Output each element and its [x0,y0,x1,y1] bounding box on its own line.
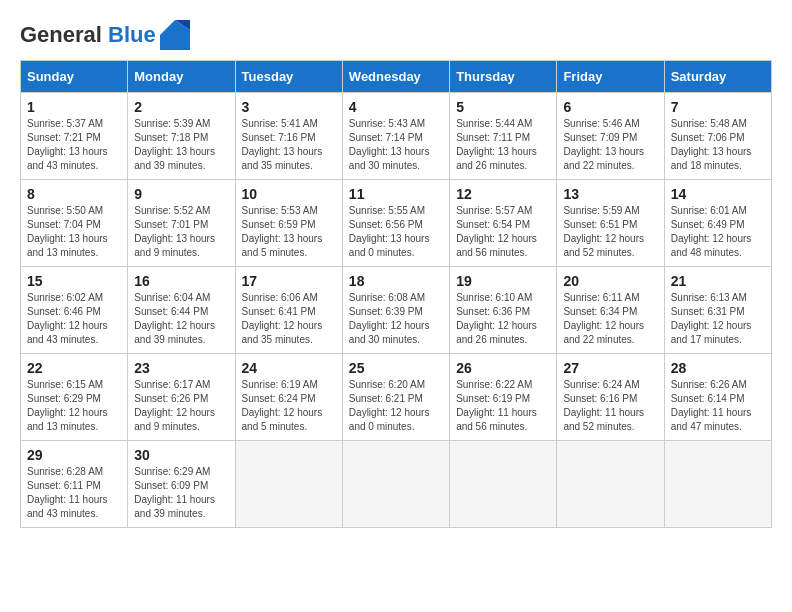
day-number: 4 [349,99,443,115]
calendar-cell: 25 Sunrise: 6:20 AM Sunset: 6:21 PM Dayl… [342,354,449,441]
calendar-week-row: 22 Sunrise: 6:15 AM Sunset: 6:29 PM Dayl… [21,354,772,441]
day-info: Sunrise: 6:04 AM Sunset: 6:44 PM Dayligh… [134,291,228,347]
calendar-week-row: 29 Sunrise: 6:28 AM Sunset: 6:11 PM Dayl… [21,441,772,528]
day-info: Sunrise: 6:17 AM Sunset: 6:26 PM Dayligh… [134,378,228,434]
calendar-header-row: Sunday Monday Tuesday Wednesday Thursday… [21,61,772,93]
day-number: 27 [563,360,657,376]
calendar-cell [450,441,557,528]
day-info: Sunrise: 6:22 AM Sunset: 6:19 PM Dayligh… [456,378,550,434]
col-monday: Monday [128,61,235,93]
calendar-cell: 7 Sunrise: 5:48 AM Sunset: 7:06 PM Dayli… [664,93,771,180]
day-number: 16 [134,273,228,289]
day-number: 17 [242,273,336,289]
day-number: 20 [563,273,657,289]
day-info: Sunrise: 6:28 AM Sunset: 6:11 PM Dayligh… [27,465,121,521]
day-number: 1 [27,99,121,115]
logo-text: General Blue [20,23,156,47]
calendar-cell: 28 Sunrise: 6:26 AM Sunset: 6:14 PM Dayl… [664,354,771,441]
day-info: Sunrise: 6:19 AM Sunset: 6:24 PM Dayligh… [242,378,336,434]
calendar-cell: 14 Sunrise: 6:01 AM Sunset: 6:49 PM Dayl… [664,180,771,267]
day-info: Sunrise: 5:39 AM Sunset: 7:18 PM Dayligh… [134,117,228,173]
calendar-week-row: 15 Sunrise: 6:02 AM Sunset: 6:46 PM Dayl… [21,267,772,354]
day-info: Sunrise: 6:06 AM Sunset: 6:41 PM Dayligh… [242,291,336,347]
calendar-cell: 1 Sunrise: 5:37 AM Sunset: 7:21 PM Dayli… [21,93,128,180]
day-number: 22 [27,360,121,376]
calendar-cell: 2 Sunrise: 5:39 AM Sunset: 7:18 PM Dayli… [128,93,235,180]
day-number: 10 [242,186,336,202]
col-friday: Friday [557,61,664,93]
day-info: Sunrise: 5:59 AM Sunset: 6:51 PM Dayligh… [563,204,657,260]
calendar-cell: 22 Sunrise: 6:15 AM Sunset: 6:29 PM Dayl… [21,354,128,441]
day-info: Sunrise: 6:20 AM Sunset: 6:21 PM Dayligh… [349,378,443,434]
day-info: Sunrise: 6:10 AM Sunset: 6:36 PM Dayligh… [456,291,550,347]
calendar-cell: 11 Sunrise: 5:55 AM Sunset: 6:56 PM Dayl… [342,180,449,267]
day-info: Sunrise: 6:08 AM Sunset: 6:39 PM Dayligh… [349,291,443,347]
day-info: Sunrise: 6:29 AM Sunset: 6:09 PM Dayligh… [134,465,228,521]
day-number: 12 [456,186,550,202]
calendar-cell: 18 Sunrise: 6:08 AM Sunset: 6:39 PM Dayl… [342,267,449,354]
day-info: Sunrise: 6:15 AM Sunset: 6:29 PM Dayligh… [27,378,121,434]
day-info: Sunrise: 6:26 AM Sunset: 6:14 PM Dayligh… [671,378,765,434]
day-info: Sunrise: 5:41 AM Sunset: 7:16 PM Dayligh… [242,117,336,173]
day-info: Sunrise: 6:01 AM Sunset: 6:49 PM Dayligh… [671,204,765,260]
day-number: 30 [134,447,228,463]
calendar-cell: 24 Sunrise: 6:19 AM Sunset: 6:24 PM Dayl… [235,354,342,441]
col-sunday: Sunday [21,61,128,93]
page-header: General Blue [20,20,772,50]
col-thursday: Thursday [450,61,557,93]
day-info: Sunrise: 5:44 AM Sunset: 7:11 PM Dayligh… [456,117,550,173]
calendar-cell: 5 Sunrise: 5:44 AM Sunset: 7:11 PM Dayli… [450,93,557,180]
calendar-cell: 13 Sunrise: 5:59 AM Sunset: 6:51 PM Dayl… [557,180,664,267]
day-number: 2 [134,99,228,115]
calendar-cell: 21 Sunrise: 6:13 AM Sunset: 6:31 PM Dayl… [664,267,771,354]
day-number: 26 [456,360,550,376]
calendar-cell: 12 Sunrise: 5:57 AM Sunset: 6:54 PM Dayl… [450,180,557,267]
day-info: Sunrise: 5:57 AM Sunset: 6:54 PM Dayligh… [456,204,550,260]
calendar-cell [235,441,342,528]
logo-icon [160,20,190,50]
day-info: Sunrise: 5:46 AM Sunset: 7:09 PM Dayligh… [563,117,657,173]
calendar-week-row: 8 Sunrise: 5:50 AM Sunset: 7:04 PM Dayli… [21,180,772,267]
logo: General Blue [20,20,190,50]
logo-general: General [20,22,102,47]
calendar-week-row: 1 Sunrise: 5:37 AM Sunset: 7:21 PM Dayli… [21,93,772,180]
day-number: 3 [242,99,336,115]
day-info: Sunrise: 6:11 AM Sunset: 6:34 PM Dayligh… [563,291,657,347]
day-number: 23 [134,360,228,376]
calendar-cell: 10 Sunrise: 5:53 AM Sunset: 6:59 PM Dayl… [235,180,342,267]
day-number: 29 [27,447,121,463]
calendar-cell: 17 Sunrise: 6:06 AM Sunset: 6:41 PM Dayl… [235,267,342,354]
day-number: 14 [671,186,765,202]
calendar-cell [664,441,771,528]
calendar-cell: 30 Sunrise: 6:29 AM Sunset: 6:09 PM Dayl… [128,441,235,528]
day-number: 24 [242,360,336,376]
day-info: Sunrise: 6:24 AM Sunset: 6:16 PM Dayligh… [563,378,657,434]
day-number: 15 [27,273,121,289]
calendar-cell: 3 Sunrise: 5:41 AM Sunset: 7:16 PM Dayli… [235,93,342,180]
day-number: 13 [563,186,657,202]
day-number: 8 [27,186,121,202]
day-info: Sunrise: 5:50 AM Sunset: 7:04 PM Dayligh… [27,204,121,260]
col-wednesday: Wednesday [342,61,449,93]
logo-blue: Blue [108,22,156,47]
calendar-cell [557,441,664,528]
calendar-cell: 8 Sunrise: 5:50 AM Sunset: 7:04 PM Dayli… [21,180,128,267]
day-info: Sunrise: 5:48 AM Sunset: 7:06 PM Dayligh… [671,117,765,173]
calendar-cell: 9 Sunrise: 5:52 AM Sunset: 7:01 PM Dayli… [128,180,235,267]
day-number: 6 [563,99,657,115]
calendar-cell: 15 Sunrise: 6:02 AM Sunset: 6:46 PM Dayl… [21,267,128,354]
day-info: Sunrise: 5:53 AM Sunset: 6:59 PM Dayligh… [242,204,336,260]
day-number: 25 [349,360,443,376]
calendar-cell [342,441,449,528]
calendar-cell: 19 Sunrise: 6:10 AM Sunset: 6:36 PM Dayl… [450,267,557,354]
day-number: 5 [456,99,550,115]
day-number: 9 [134,186,228,202]
day-number: 7 [671,99,765,115]
day-info: Sunrise: 6:13 AM Sunset: 6:31 PM Dayligh… [671,291,765,347]
calendar-cell: 26 Sunrise: 6:22 AM Sunset: 6:19 PM Dayl… [450,354,557,441]
calendar-cell: 4 Sunrise: 5:43 AM Sunset: 7:14 PM Dayli… [342,93,449,180]
day-number: 11 [349,186,443,202]
calendar-table: Sunday Monday Tuesday Wednesday Thursday… [20,60,772,528]
calendar-cell: 23 Sunrise: 6:17 AM Sunset: 6:26 PM Dayl… [128,354,235,441]
day-info: Sunrise: 5:43 AM Sunset: 7:14 PM Dayligh… [349,117,443,173]
